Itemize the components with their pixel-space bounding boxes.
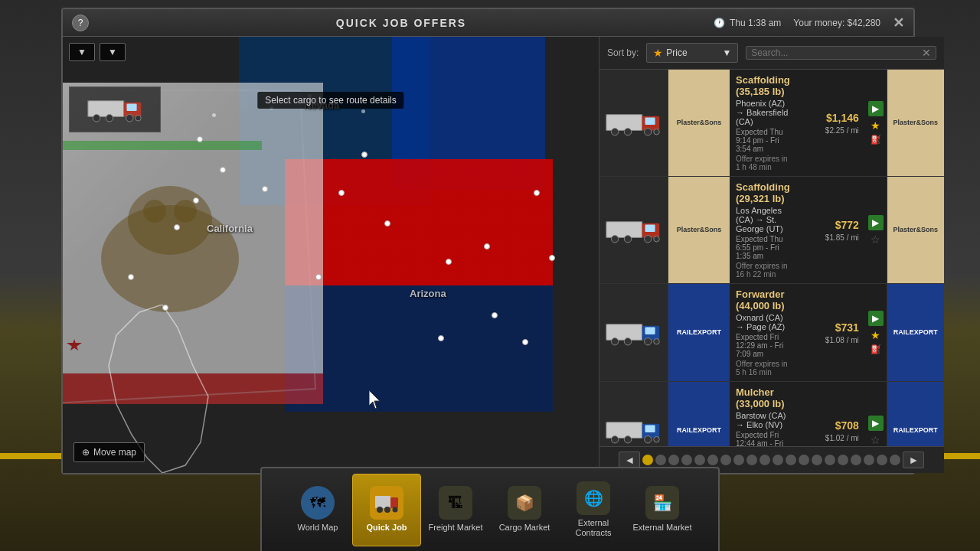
company-badge-right-3: RAILEXPORT (887, 284, 944, 381)
external-market-icon: 🏪 (645, 486, 679, 520)
page-btn-14[interactable] (812, 455, 822, 465)
job-item-4[interactable]: RAILEXPORT Mulcher (33,000 lb) Barstow (… (599, 382, 944, 446)
page-btn-18[interactable] (864, 455, 874, 465)
job-price-2: $772 (835, 219, 859, 231)
svg-point-45 (624, 435, 631, 442)
nav-item-cargo-market[interactable]: 📦 Cargo Market (490, 474, 559, 546)
job-fuel-icon-1[interactable]: ⛽ (871, 135, 881, 145)
title-bar-right: 🕐 Thu 1:38 am Your money: $42,280 ✕ (714, 15, 904, 31)
map-dropdown-1[interactable]: ▼ (69, 43, 95, 61)
job-time-2: Expected Thu 6:55 pm - Fri 1:35 am (736, 235, 790, 260)
help-button[interactable]: ? (72, 15, 89, 31)
city-dot-12[interactable] (128, 274, 134, 280)
clock-icon: 🕐 (714, 18, 725, 28)
nav-item-external-contracts1[interactable]: 🌐 External Contracts (559, 474, 628, 546)
job-fuel-icon-3[interactable]: ⛽ (871, 344, 881, 354)
nav-item-freight-market[interactable]: 🏗 Freight Market (421, 474, 490, 546)
city-dot-7[interactable] (484, 243, 490, 249)
sort-dropdown[interactable]: ★ Price ▼ (646, 43, 738, 63)
city-dot-8[interactable] (492, 312, 498, 318)
pagination-prev[interactable]: ◄ (619, 452, 640, 468)
job-time-1: Expected Thu 9:14 pm - Fri 3:54 am (736, 128, 790, 153)
city-dot-9[interactable] (438, 335, 444, 341)
svg-rect-19 (645, 117, 655, 124)
job-go-btn-2[interactable]: ▶ (868, 215, 884, 230)
page-btn-10[interactable] (760, 455, 770, 465)
truck-preview (69, 86, 161, 132)
page-btn-8[interactable] (733, 455, 744, 465)
page-btn-15[interactable] (825, 455, 835, 465)
page-btn-9[interactable] (746, 455, 757, 465)
search-input[interactable] (751, 47, 921, 58)
job-go-btn-1[interactable]: ▶ (868, 101, 884, 116)
city-dot-15[interactable] (534, 190, 540, 196)
city-dot-14[interactable] (549, 255, 555, 261)
nav-label-world-map: World Map (298, 523, 338, 533)
job-item-3[interactable]: RAILEXPORT Forwarder (44,000 lb) Oxnard … (599, 284, 944, 382)
company-badge-right-1: Plaster&Sons (887, 70, 944, 176)
svg-point-5 (106, 115, 113, 122)
job-go-btn-3[interactable]: ▶ (868, 311, 884, 326)
job-truck-svg-4 (605, 416, 662, 445)
page-btn-12[interactable] (786, 455, 796, 465)
move-map-button[interactable]: ⊕ Move map (74, 442, 145, 462)
move-map-label: Move map (93, 447, 136, 458)
job-fav-btn-4[interactable]: ☆ (871, 434, 880, 446)
job-item-1[interactable]: Plaster&Sons Scaffolding (35,185 lb) Pho… (599, 70, 944, 177)
job-item-2[interactable]: Plaster&Sons Scaffolding (29,321 lb) Los… (599, 177, 944, 284)
page-btn-19[interactable] (877, 455, 887, 465)
city-dot-reno[interactable] (338, 190, 345, 196)
job-fav-btn-1[interactable]: ★ (871, 119, 880, 132)
job-truck-thumb (599, 177, 668, 283)
job-per-mi-4: $1.02 / mi (825, 434, 859, 442)
job-actions-1: ▶ ★ ⛽ (865, 70, 887, 176)
city-dot-11[interactable] (162, 305, 168, 311)
nav-item-quick-job[interactable]: Quick Job (352, 474, 421, 546)
page-btn-5[interactable] (694, 455, 705, 465)
svg-point-36 (611, 337, 618, 344)
map-section[interactable]: ▼ ▼ Select (63, 37, 599, 473)
quick-job-icon (370, 486, 403, 520)
job-fav-btn-3[interactable]: ★ (871, 329, 880, 341)
page-btn-6[interactable] (707, 455, 718, 465)
title-bar: ? QUICK JOB OFFERS 🕐 Thu 1:38 am Your mo… (63, 9, 913, 37)
close-button[interactable]: ✕ (893, 15, 904, 31)
search-clear-icon[interactable]: ✕ (922, 47, 931, 59)
city-dot-5[interactable] (361, 152, 368, 158)
page-btn-13[interactable] (799, 455, 809, 465)
page-btn-4[interactable] (681, 455, 692, 465)
city-dot-1[interactable] (220, 167, 226, 173)
job-per-mi-2: $1.85 / mi (825, 233, 859, 242)
city-dot-phoenix[interactable] (446, 259, 452, 265)
map-controls: ▼ ▼ (69, 43, 126, 61)
city-dot-6[interactable] (384, 220, 390, 227)
page-btn-1[interactable] (642, 455, 653, 465)
job-go-btn-4[interactable]: ▶ (868, 416, 884, 431)
page-btn-2[interactable] (655, 455, 666, 465)
page-btn-11[interactable] (773, 455, 783, 465)
page-btn-20[interactable] (890, 455, 900, 465)
page-btn-16[interactable] (838, 455, 848, 465)
page-btn-17[interactable] (851, 455, 861, 465)
city-dot-2[interactable] (197, 136, 203, 142)
city-dot-la[interactable] (193, 197, 199, 204)
page-btn-3[interactable] (668, 455, 679, 465)
map-dropdown-2[interactable]: ▼ (100, 43, 126, 61)
job-fav-btn-2[interactable]: ☆ (871, 233, 880, 246)
page-btn-7[interactable] (720, 455, 731, 465)
city-dot-3[interactable] (174, 224, 180, 230)
nav-item-world-map[interactable]: 🗺 World Map (283, 474, 352, 546)
city-dot-10[interactable] (315, 274, 322, 280)
nav-item-external-contracts2[interactable]: 🏪 External Market (628, 474, 697, 546)
pagination-next[interactable]: ► (903, 452, 924, 468)
svg-point-29 (624, 235, 631, 242)
svg-point-58 (377, 507, 383, 513)
job-price-col-3: $731 $1.08 / mi (796, 284, 865, 381)
svg-point-12 (143, 200, 166, 223)
svg-rect-16 (606, 114, 642, 130)
city-dot-4[interactable] (262, 186, 268, 192)
city-dot-13[interactable] (522, 339, 528, 345)
svg-point-22 (645, 128, 652, 135)
bottom-nav: 🗺 World Map Quick Job 🏗 Freight Market 📦… (260, 467, 720, 551)
job-expires-3: Offer expires in 5 h 16 min (736, 360, 790, 377)
